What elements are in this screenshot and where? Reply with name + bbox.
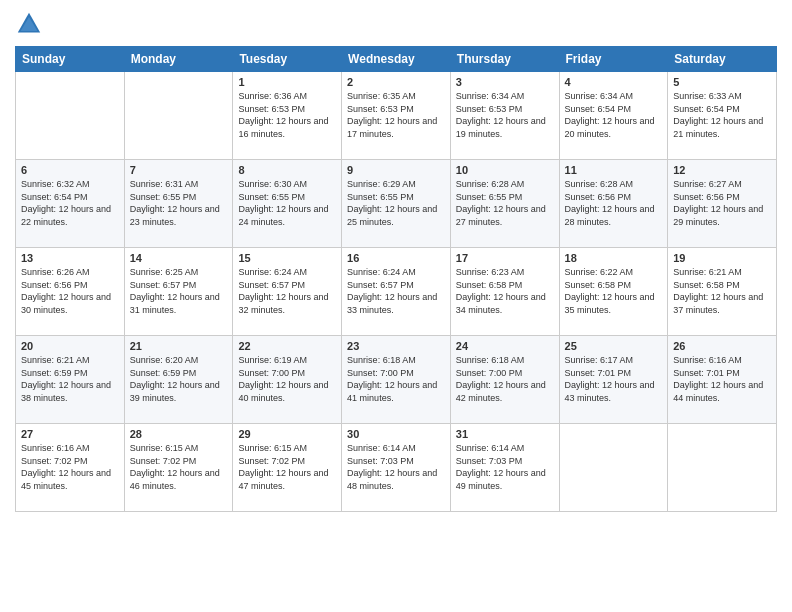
day-number: 21 [130,340,228,352]
day-number: 25 [565,340,663,352]
logo-icon [15,10,43,38]
dow-cell: Friday [559,47,668,72]
day-number: 20 [21,340,119,352]
day-number: 29 [238,428,336,440]
day-detail: Sunrise: 6:28 AM Sunset: 6:55 PM Dayligh… [456,178,554,228]
day-detail: Sunrise: 6:16 AM Sunset: 7:02 PM Dayligh… [21,442,119,492]
calendar-cell: 16Sunrise: 6:24 AM Sunset: 6:57 PM Dayli… [342,248,451,336]
day-number: 9 [347,164,445,176]
day-detail: Sunrise: 6:34 AM Sunset: 6:53 PM Dayligh… [456,90,554,140]
dow-cell: Sunday [16,47,125,72]
day-of-week-header: SundayMondayTuesdayWednesdayThursdayFrid… [16,47,777,72]
calendar-cell: 8Sunrise: 6:30 AM Sunset: 6:55 PM Daylig… [233,160,342,248]
day-detail: Sunrise: 6:26 AM Sunset: 6:56 PM Dayligh… [21,266,119,316]
calendar-cell: 22Sunrise: 6:19 AM Sunset: 7:00 PM Dayli… [233,336,342,424]
calendar-cell: 15Sunrise: 6:24 AM Sunset: 6:57 PM Dayli… [233,248,342,336]
day-detail: Sunrise: 6:17 AM Sunset: 7:01 PM Dayligh… [565,354,663,404]
calendar-cell [124,72,233,160]
dow-cell: Wednesday [342,47,451,72]
calendar-week: 1Sunrise: 6:36 AM Sunset: 6:53 PM Daylig… [16,72,777,160]
calendar-cell: 6Sunrise: 6:32 AM Sunset: 6:54 PM Daylig… [16,160,125,248]
day-number: 2 [347,76,445,88]
dow-cell: Saturday [668,47,777,72]
dow-cell: Monday [124,47,233,72]
day-number: 1 [238,76,336,88]
calendar-cell: 1Sunrise: 6:36 AM Sunset: 6:53 PM Daylig… [233,72,342,160]
day-number: 10 [456,164,554,176]
day-detail: Sunrise: 6:15 AM Sunset: 7:02 PM Dayligh… [238,442,336,492]
day-number: 28 [130,428,228,440]
calendar-week: 13Sunrise: 6:26 AM Sunset: 6:56 PM Dayli… [16,248,777,336]
day-number: 23 [347,340,445,352]
calendar-cell [16,72,125,160]
calendar-cell: 20Sunrise: 6:21 AM Sunset: 6:59 PM Dayli… [16,336,125,424]
day-detail: Sunrise: 6:14 AM Sunset: 7:03 PM Dayligh… [347,442,445,492]
calendar-cell: 10Sunrise: 6:28 AM Sunset: 6:55 PM Dayli… [450,160,559,248]
calendar-cell: 30Sunrise: 6:14 AM Sunset: 7:03 PM Dayli… [342,424,451,512]
calendar-cell: 26Sunrise: 6:16 AM Sunset: 7:01 PM Dayli… [668,336,777,424]
day-number: 6 [21,164,119,176]
calendar-week: 27Sunrise: 6:16 AM Sunset: 7:02 PM Dayli… [16,424,777,512]
calendar-body: 1Sunrise: 6:36 AM Sunset: 6:53 PM Daylig… [16,72,777,512]
day-number: 4 [565,76,663,88]
day-detail: Sunrise: 6:15 AM Sunset: 7:02 PM Dayligh… [130,442,228,492]
calendar-cell [668,424,777,512]
calendar-cell: 27Sunrise: 6:16 AM Sunset: 7:02 PM Dayli… [16,424,125,512]
day-number: 8 [238,164,336,176]
day-detail: Sunrise: 6:18 AM Sunset: 7:00 PM Dayligh… [456,354,554,404]
calendar-cell: 19Sunrise: 6:21 AM Sunset: 6:58 PM Dayli… [668,248,777,336]
day-detail: Sunrise: 6:18 AM Sunset: 7:00 PM Dayligh… [347,354,445,404]
day-detail: Sunrise: 6:21 AM Sunset: 6:58 PM Dayligh… [673,266,771,316]
day-number: 24 [456,340,554,352]
day-number: 30 [347,428,445,440]
day-number: 11 [565,164,663,176]
calendar-cell: 18Sunrise: 6:22 AM Sunset: 6:58 PM Dayli… [559,248,668,336]
calendar-cell: 4Sunrise: 6:34 AM Sunset: 6:54 PM Daylig… [559,72,668,160]
day-number: 17 [456,252,554,264]
day-detail: Sunrise: 6:23 AM Sunset: 6:58 PM Dayligh… [456,266,554,316]
page: SundayMondayTuesdayWednesdayThursdayFrid… [0,0,792,612]
day-number: 13 [21,252,119,264]
day-number: 26 [673,340,771,352]
day-detail: Sunrise: 6:32 AM Sunset: 6:54 PM Dayligh… [21,178,119,228]
day-detail: Sunrise: 6:22 AM Sunset: 6:58 PM Dayligh… [565,266,663,316]
day-number: 27 [21,428,119,440]
day-detail: Sunrise: 6:24 AM Sunset: 6:57 PM Dayligh… [238,266,336,316]
calendar-cell: 11Sunrise: 6:28 AM Sunset: 6:56 PM Dayli… [559,160,668,248]
day-detail: Sunrise: 6:19 AM Sunset: 7:00 PM Dayligh… [238,354,336,404]
calendar-cell: 25Sunrise: 6:17 AM Sunset: 7:01 PM Dayli… [559,336,668,424]
day-number: 18 [565,252,663,264]
day-detail: Sunrise: 6:31 AM Sunset: 6:55 PM Dayligh… [130,178,228,228]
day-number: 16 [347,252,445,264]
day-detail: Sunrise: 6:16 AM Sunset: 7:01 PM Dayligh… [673,354,771,404]
day-detail: Sunrise: 6:29 AM Sunset: 6:55 PM Dayligh… [347,178,445,228]
calendar-cell: 23Sunrise: 6:18 AM Sunset: 7:00 PM Dayli… [342,336,451,424]
calendar-cell: 17Sunrise: 6:23 AM Sunset: 6:58 PM Dayli… [450,248,559,336]
calendar-cell: 28Sunrise: 6:15 AM Sunset: 7:02 PM Dayli… [124,424,233,512]
day-detail: Sunrise: 6:14 AM Sunset: 7:03 PM Dayligh… [456,442,554,492]
day-number: 31 [456,428,554,440]
day-number: 3 [456,76,554,88]
calendar-cell: 3Sunrise: 6:34 AM Sunset: 6:53 PM Daylig… [450,72,559,160]
day-detail: Sunrise: 6:27 AM Sunset: 6:56 PM Dayligh… [673,178,771,228]
calendar-cell: 14Sunrise: 6:25 AM Sunset: 6:57 PM Dayli… [124,248,233,336]
calendar-cell: 29Sunrise: 6:15 AM Sunset: 7:02 PM Dayli… [233,424,342,512]
day-number: 7 [130,164,228,176]
day-detail: Sunrise: 6:33 AM Sunset: 6:54 PM Dayligh… [673,90,771,140]
day-detail: Sunrise: 6:21 AM Sunset: 6:59 PM Dayligh… [21,354,119,404]
day-detail: Sunrise: 6:35 AM Sunset: 6:53 PM Dayligh… [347,90,445,140]
day-detail: Sunrise: 6:25 AM Sunset: 6:57 PM Dayligh… [130,266,228,316]
calendar-table: SundayMondayTuesdayWednesdayThursdayFrid… [15,46,777,512]
day-number: 12 [673,164,771,176]
day-number: 22 [238,340,336,352]
day-number: 14 [130,252,228,264]
day-detail: Sunrise: 6:24 AM Sunset: 6:57 PM Dayligh… [347,266,445,316]
day-number: 15 [238,252,336,264]
calendar-week: 20Sunrise: 6:21 AM Sunset: 6:59 PM Dayli… [16,336,777,424]
header [15,10,777,38]
calendar-cell: 7Sunrise: 6:31 AM Sunset: 6:55 PM Daylig… [124,160,233,248]
calendar-cell: 24Sunrise: 6:18 AM Sunset: 7:00 PM Dayli… [450,336,559,424]
day-detail: Sunrise: 6:30 AM Sunset: 6:55 PM Dayligh… [238,178,336,228]
day-detail: Sunrise: 6:20 AM Sunset: 6:59 PM Dayligh… [130,354,228,404]
calendar-cell: 31Sunrise: 6:14 AM Sunset: 7:03 PM Dayli… [450,424,559,512]
